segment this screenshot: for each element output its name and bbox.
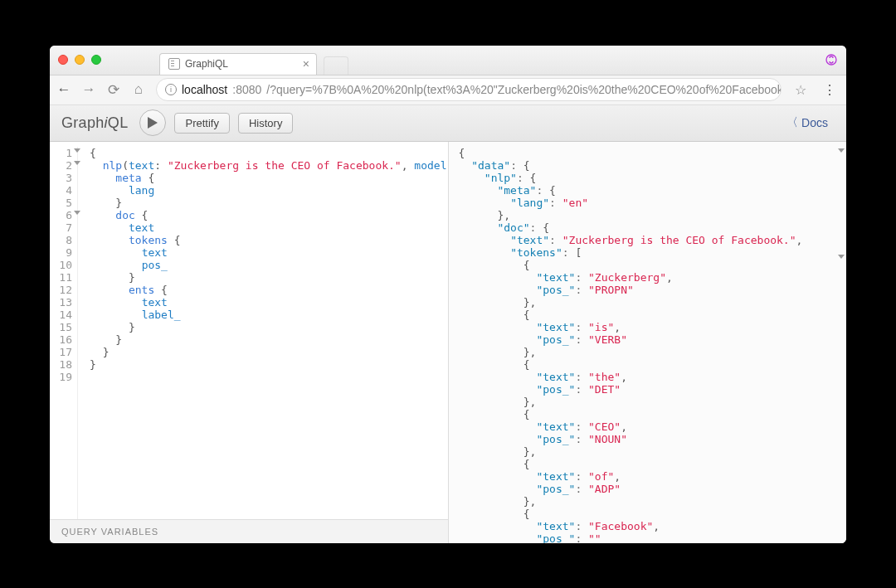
url-path: /?query=%7B%0A%20%20nlp(text%3A%20"Zucke… <box>266 83 782 96</box>
scroll-indicator-icon <box>838 148 845 153</box>
graphiql-toolbar: GraphiQL Prettify History 〈 Docs <box>50 105 846 142</box>
history-button[interactable]: History <box>238 113 293 134</box>
scroll-indicator-icon <box>838 255 845 259</box>
editor-area: 12345678910111213141516171819 { nlp(text… <box>50 142 846 543</box>
close-tab-icon[interactable]: × <box>303 57 309 70</box>
chevron-left-icon: 〈 <box>786 115 798 130</box>
url-bar: ← → ⟳ ⌂ i localhost:8080/?query=%7B%0A%2… <box>50 75 846 105</box>
browser-window: GraphiQL × ← → ⟳ ⌂ i localhost:8080/?que… <box>50 46 846 543</box>
forward-button[interactable]: → <box>81 81 96 98</box>
query-source[interactable]: { nlp(text: "Zuckerberg is the CEO of Fa… <box>78 147 448 519</box>
svg-marker-1 <box>148 117 158 129</box>
menu-icon[interactable]: ⋮ <box>823 82 836 98</box>
line-gutter: 12345678910111213141516171819 <box>50 147 78 519</box>
close-window-button[interactable] <box>58 55 68 65</box>
query-editor[interactable]: 12345678910111213141516171819 { nlp(text… <box>50 142 449 543</box>
reload-button[interactable]: ⟳ <box>106 81 121 99</box>
docs-button[interactable]: 〈 Docs <box>780 112 835 134</box>
traffic-lights <box>58 55 101 65</box>
minimize-window-button[interactable] <box>75 55 85 65</box>
tab-strip: GraphiQL × <box>159 46 348 75</box>
tab-title: GraphiQL <box>185 58 228 70</box>
url-port: :8080 <box>232 83 261 96</box>
page-icon <box>168 58 180 70</box>
prettify-button[interactable]: Prettify <box>174 113 229 134</box>
site-info-icon[interactable]: i <box>165 84 177 95</box>
graphiql-logo: GraphiQL <box>61 114 128 132</box>
extension-icon[interactable] <box>825 53 838 66</box>
maximize-window-button[interactable] <box>91 55 101 65</box>
window-titlebar: GraphiQL × <box>50 46 846 75</box>
response-pane: { "data": { "nlp": { "meta": { "lang": "… <box>449 142 847 543</box>
execute-button[interactable] <box>139 109 166 136</box>
bookmark-icon[interactable]: ☆ <box>795 82 806 98</box>
back-button[interactable]: ← <box>56 81 71 98</box>
browser-tab[interactable]: GraphiQL × <box>159 53 317 75</box>
url-host: localhost <box>182 83 227 96</box>
docs-label: Docs <box>801 116 828 129</box>
query-variables-header[interactable]: Query Variables <box>50 519 448 543</box>
home-button[interactable]: ⌂ <box>131 81 146 98</box>
new-tab-button[interactable] <box>324 56 348 75</box>
response-source: { "data": { "nlp": { "meta": { "lang": "… <box>449 147 803 543</box>
address-input[interactable]: i localhost:8080/?query=%7B%0A%20%20nlp(… <box>156 78 782 101</box>
